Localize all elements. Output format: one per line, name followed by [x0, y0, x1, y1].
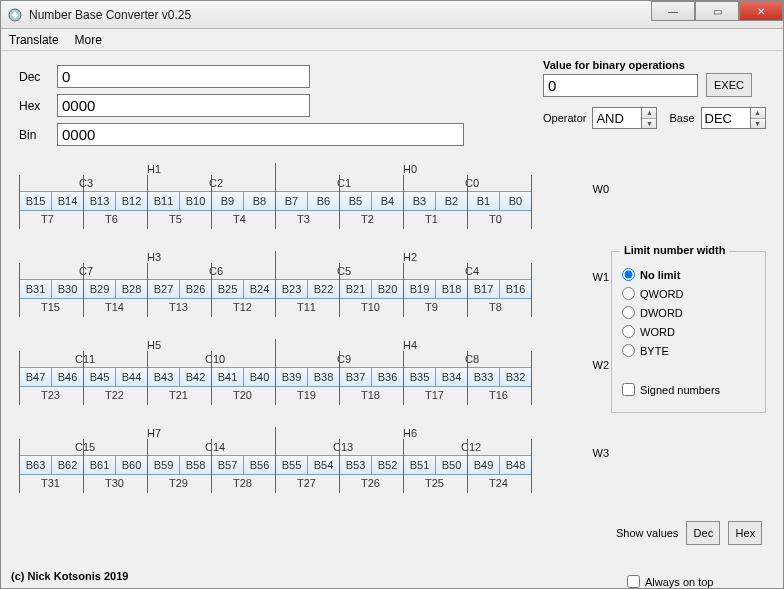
bit-cell[interactable]: B5: [339, 191, 372, 211]
limit-radio[interactable]: [622, 325, 635, 338]
binop-value-input[interactable]: [543, 74, 698, 97]
bit-cell[interactable]: B26: [179, 279, 212, 299]
bit-cell[interactable]: B17: [467, 279, 500, 299]
bit-cell[interactable]: B46: [51, 367, 84, 387]
bit-cell[interactable]: B12: [115, 191, 148, 211]
exec-button[interactable]: EXEC: [706, 73, 752, 97]
bit-cell[interactable]: B38: [307, 367, 340, 387]
bit-cell[interactable]: B6: [307, 191, 340, 211]
hex-input[interactable]: [57, 94, 310, 117]
bit-cell[interactable]: B42: [179, 367, 212, 387]
bit-cell[interactable]: B48: [499, 455, 532, 475]
bit-cell[interactable]: B47: [19, 367, 52, 387]
chevron-down-icon[interactable]: ▼: [751, 119, 765, 129]
bit-cell[interactable]: B2: [435, 191, 468, 211]
bit-cell[interactable]: B9: [211, 191, 244, 211]
bit-cell[interactable]: B8: [243, 191, 276, 211]
nibble-label: T1: [425, 213, 438, 225]
bit-cell[interactable]: B63: [19, 455, 52, 475]
bit-cell[interactable]: B41: [211, 367, 244, 387]
bit-cell[interactable]: B33: [467, 367, 500, 387]
bit-cell[interactable]: B18: [435, 279, 468, 299]
show-dec-button[interactable]: Dec: [686, 521, 720, 545]
titlebar[interactable]: Number Base Converter v0.25 — ▭ ✕: [1, 1, 783, 29]
bit-cell[interactable]: B62: [51, 455, 84, 475]
bit-cell[interactable]: B15: [19, 191, 52, 211]
bit-cell[interactable]: B19: [403, 279, 436, 299]
limit-radio[interactable]: [622, 287, 635, 300]
bit-cell[interactable]: B37: [339, 367, 372, 387]
bit-cell[interactable]: B13: [83, 191, 116, 211]
bit-cell[interactable]: B45: [83, 367, 116, 387]
bit-cell[interactable]: B3: [403, 191, 436, 211]
bit-cell[interactable]: B53: [339, 455, 372, 475]
bit-cell[interactable]: B43: [147, 367, 180, 387]
bit-cell[interactable]: B51: [403, 455, 436, 475]
bit-cell[interactable]: B28: [115, 279, 148, 299]
chevron-up-icon[interactable]: ▲: [642, 108, 656, 119]
operator-label: Operator: [543, 112, 586, 124]
bit-cell[interactable]: B0: [499, 191, 532, 211]
nibble-label: T22: [105, 389, 124, 401]
bit-cell[interactable]: B44: [115, 367, 148, 387]
limit-radio[interactable]: [622, 344, 635, 357]
bit-cell[interactable]: B49: [467, 455, 500, 475]
show-hex-button[interactable]: Hex: [728, 521, 762, 545]
minimize-button[interactable]: —: [651, 1, 695, 21]
bit-cell[interactable]: B10: [179, 191, 212, 211]
base-spinbox[interactable]: ▲▼: [701, 107, 766, 129]
bit-cell[interactable]: B31: [19, 279, 52, 299]
bit-cell[interactable]: B36: [371, 367, 404, 387]
base-value[interactable]: [701, 107, 751, 129]
nibble-label: T18: [361, 389, 380, 401]
bit-cell[interactable]: B40: [243, 367, 276, 387]
bit-cell[interactable]: B16: [499, 279, 532, 299]
bit-cell[interactable]: B39: [275, 367, 308, 387]
bit-cell[interactable]: B52: [371, 455, 404, 475]
bit-cell[interactable]: B56: [243, 455, 276, 475]
bit-cell[interactable]: B57: [211, 455, 244, 475]
limit-radio[interactable]: [622, 306, 635, 319]
bin-input[interactable]: [57, 123, 464, 146]
bit-cell[interactable]: B1: [467, 191, 500, 211]
bit-cell[interactable]: B25: [211, 279, 244, 299]
bit-cell[interactable]: B20: [371, 279, 404, 299]
menu-translate[interactable]: Translate: [9, 33, 59, 47]
menu-more[interactable]: More: [75, 33, 102, 47]
operator-value[interactable]: [592, 107, 642, 129]
bit-cell[interactable]: B22: [307, 279, 340, 299]
bit-cell[interactable]: B61: [83, 455, 116, 475]
bit-cell[interactable]: B7: [275, 191, 308, 211]
bit-cell[interactable]: B35: [403, 367, 436, 387]
bit-cell[interactable]: B60: [115, 455, 148, 475]
close-button[interactable]: ✕: [739, 1, 783, 21]
bit-cell[interactable]: B32: [499, 367, 532, 387]
bit-cell[interactable]: B58: [179, 455, 212, 475]
bit-cell[interactable]: B55: [275, 455, 308, 475]
maximize-button[interactable]: ▭: [695, 1, 739, 21]
bit-cell[interactable]: B21: [339, 279, 372, 299]
operator-spinbox[interactable]: ▲▼: [592, 107, 657, 129]
bit-cell[interactable]: B54: [307, 455, 340, 475]
always-on-top-checkbox[interactable]: [627, 575, 640, 588]
bit-cell[interactable]: B23: [275, 279, 308, 299]
separator: [275, 251, 276, 317]
bit-cell[interactable]: B24: [243, 279, 276, 299]
byte-label: C12: [461, 441, 481, 453]
bit-cell[interactable]: B14: [51, 191, 84, 211]
dec-input[interactable]: [57, 65, 310, 88]
binop-header: Value for binary operations: [543, 59, 763, 71]
signed-checkbox[interactable]: [622, 383, 635, 396]
limit-radio[interactable]: [622, 268, 635, 281]
bit-cell[interactable]: B34: [435, 367, 468, 387]
chevron-down-icon[interactable]: ▼: [642, 119, 656, 129]
bit-cell[interactable]: B30: [51, 279, 84, 299]
nibble-label: T15: [41, 301, 60, 313]
bit-cell[interactable]: B11: [147, 191, 180, 211]
bit-cell[interactable]: B59: [147, 455, 180, 475]
bit-cell[interactable]: B4: [371, 191, 404, 211]
chevron-up-icon[interactable]: ▲: [751, 108, 765, 119]
bit-cell[interactable]: B29: [83, 279, 116, 299]
bit-cell[interactable]: B27: [147, 279, 180, 299]
bit-cell[interactable]: B50: [435, 455, 468, 475]
